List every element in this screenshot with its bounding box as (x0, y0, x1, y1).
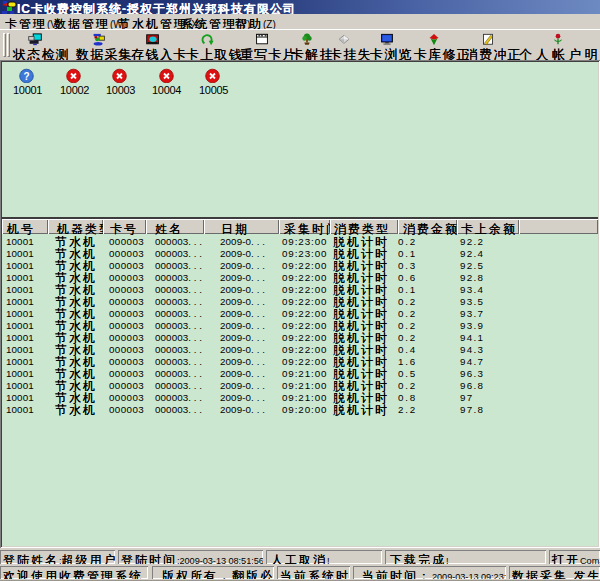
svg-text:?: ? (23, 71, 29, 82)
